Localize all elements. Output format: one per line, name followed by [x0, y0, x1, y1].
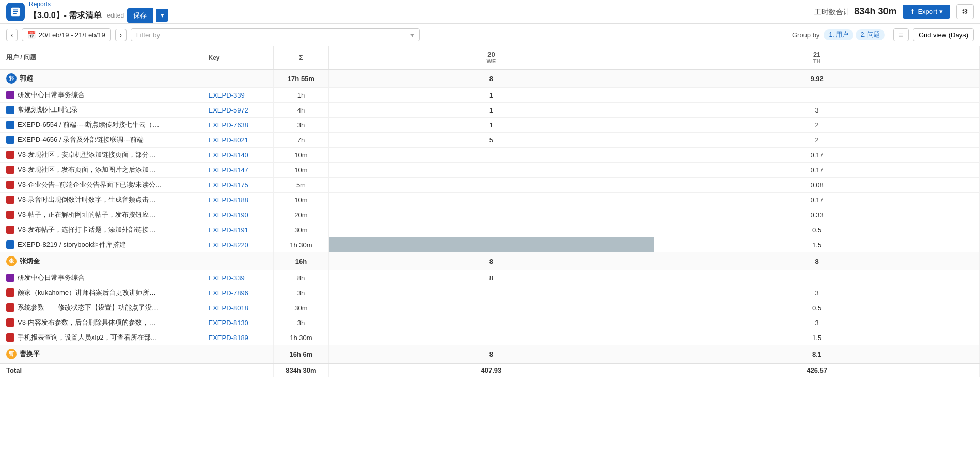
group-avatar: 张 — [6, 256, 17, 266]
total-sum-cell: 834h 30m — [274, 363, 328, 377]
issue-col2: 1.5 — [654, 237, 980, 252]
filter-placeholder: Filter by — [136, 31, 160, 39]
issue-sum: 30m — [274, 300, 328, 315]
table-row: V3-帖子，正在解析网址的帖子，发布按钮应该置灰不... EXEPD-8190 … — [0, 207, 980, 222]
main-table: 用户 / 问题 Key Σ 20WE 21TH 郭 郭超 17h 55m 8 9… — [0, 46, 980, 377]
issue-label: EXEPD-6554 / 前端----断点续传对接七牛云（改原生... — [18, 120, 162, 130]
issue-col2 — [654, 270, 980, 285]
issue-key[interactable]: EXEPD-5972 — [202, 103, 274, 118]
issue-label: 手机报表查询，设置人员xlp2，可查看所在部门和指定... — [18, 333, 162, 342]
issue-key[interactable]: EXEPD-339 — [202, 270, 274, 285]
issue-label: V3-帖子，正在解析网址的帖子，发布按钮应该置灰不... — [18, 210, 162, 219]
breadcrumb[interactable]: Reports — [29, 1, 168, 8]
group-sum-cell: 16h — [274, 252, 328, 270]
table-row: V3-发布帖子，选择打卡话题，添加外部链接发布成功... EXEPD-8191 … — [0, 222, 980, 237]
issue-cell: 研发中心日常事务综合 — [0, 88, 202, 103]
date-range-button[interactable]: 📅 20/Feb/19 - 21/Feb/19 — [22, 28, 111, 41]
issue-type-icon — [6, 226, 14, 234]
issue-col1 — [328, 315, 654, 330]
table-row: V3-发现社区，安卓机型添加链接页面，部分按钮与状... EXEPD-8140 … — [0, 148, 980, 163]
issue-label: EXEPD-4656 / 录音及外部链接联调---前端 — [18, 135, 144, 145]
table-row: EXEPD-4656 / 录音及外部链接联调---前端 EXEPD-8021 7… — [0, 133, 980, 148]
issue-type-icon — [6, 121, 14, 129]
columns-menu-button[interactable]: ≡ — [893, 28, 909, 41]
issue-type-icon — [6, 303, 14, 312]
group-header-row: 张 张炳金 16h 8 8 — [0, 252, 980, 270]
issue-type-icon — [6, 91, 14, 99]
table-row: 系统参数——修改状态下【设置】功能点了没有响... EXEPD-8018 30m… — [0, 300, 980, 315]
issue-col1 — [328, 148, 654, 163]
issue-type-icon — [6, 333, 14, 342]
group-avatar: 曹 — [6, 349, 17, 359]
issue-cell: V3-发现社区，发布页面，添加图片之后添加链接发布... — [0, 163, 202, 178]
filter-input[interactable]: Filter by ▾ — [131, 28, 420, 41]
table-row: 颜家（kukahome）讲师档案后台更改讲师所属部门，... EXEPD-789… — [0, 285, 980, 300]
table-row: 常规划划外工时记录 EXEPD-5972 4h 1 3 — [0, 103, 980, 118]
group-by-section: Group by 1. 用户 2. 问题 — [792, 29, 885, 40]
issue-col2: 0.5 — [654, 300, 980, 315]
issue-col2: 3 — [654, 103, 980, 118]
issue-label: V3-发现社区，安卓机型添加链接页面，部分按钮与状... — [18, 150, 162, 159]
grid-view-button[interactable]: Grid view (Days) — [913, 28, 974, 41]
issue-key[interactable]: EXEPD-8189 — [202, 330, 274, 345]
save-button[interactable]: 保存 — [127, 8, 153, 23]
save-dropdown-button[interactable]: ▾ — [156, 9, 168, 22]
issue-label: 研发中心日常事务综合 — [18, 90, 85, 100]
issue-key[interactable]: EXEPD-8130 — [202, 315, 274, 330]
group-col1-cell: 8 — [328, 252, 654, 270]
group-key-cell — [202, 252, 274, 270]
table-row: V3-内容发布参数，后台删除具体项的参数，保存，前... EXEPD-8130 … — [0, 315, 980, 330]
issue-type-icon — [6, 196, 14, 204]
issue-key[interactable]: EXEPD-8140 — [202, 148, 274, 163]
issue-key[interactable]: EXEPD-8147 — [202, 163, 274, 178]
issue-key[interactable]: EXEPD-8191 — [202, 222, 274, 237]
issue-cell: 颜家（kukahome）讲师档案后台更改讲师所属部门，... — [0, 285, 202, 300]
issue-sum: 10m — [274, 193, 328, 207]
group-tag-2[interactable]: 2. 问题 — [856, 29, 885, 40]
issue-key[interactable]: EXEPD-8190 — [202, 207, 274, 222]
issue-cell: 手机报表查询，设置人员xlp2，可查看所在部门和指定... — [0, 330, 202, 345]
group-name-label: 曹换平 — [20, 349, 40, 359]
issue-type-icon — [6, 181, 14, 189]
group-tag-1[interactable]: 1. 用户 — [824, 29, 853, 40]
issue-sum: 3h — [274, 315, 328, 330]
issue-sum: 1h 30m — [274, 330, 328, 345]
group-col1-cell: 8 — [328, 69, 654, 88]
issue-key[interactable]: EXEPD-7896 — [202, 285, 274, 300]
table-row: 研发中心日常事务综合 EXEPD-339 8h 8 — [0, 270, 980, 285]
issue-sum: 5m — [274, 178, 328, 193]
table-row: 研发中心日常事务综合 EXEPD-339 1h 1 — [0, 88, 980, 103]
issue-col2: 3 — [654, 315, 980, 330]
issue-col2 — [654, 88, 980, 103]
col-header-date-21: 21TH — [654, 46, 980, 69]
issue-sum: 10m — [274, 148, 328, 163]
issue-key[interactable]: EXEPD-7638 — [202, 118, 274, 133]
issue-col2: 1.5 — [654, 330, 980, 345]
issue-col2: 0.5 — [654, 222, 980, 237]
issue-cell: V3-发布帖子，选择打卡话题，添加外部链接发布成功... — [0, 222, 202, 237]
prev-nav-button[interactable]: ‹ — [6, 29, 18, 41]
calendar-icon: 📅 — [27, 31, 36, 39]
issue-type-icon — [6, 318, 14, 327]
table-row: V3-发现社区，发布页面，添加图片之后添加链接发布... EXEPD-8147 … — [0, 163, 980, 178]
group-name-cell: 郭 郭超 — [0, 69, 202, 88]
settings-button[interactable]: ⚙ — [956, 4, 974, 19]
issue-key[interactable]: EXEPD-8175 — [202, 178, 274, 193]
issue-key[interactable]: EXEPD-8188 — [202, 193, 274, 207]
issue-key[interactable]: EXEPD-8018 — [202, 300, 274, 315]
issue-key[interactable]: EXEPD-8220 — [202, 237, 274, 252]
group-col2-cell: 8 — [654, 252, 980, 270]
export-button[interactable]: ⬆ Export ▾ — [903, 5, 950, 19]
next-nav-button[interactable]: › — [115, 29, 127, 41]
issue-label: 研发中心日常事务综合 — [18, 273, 85, 282]
col-header-date-20: 20WE — [328, 46, 654, 69]
total-hours-value: 834h 30m — [854, 6, 896, 17]
issue-key[interactable]: EXEPD-8021 — [202, 133, 274, 148]
issue-key[interactable]: EXEPD-339 — [202, 88, 274, 103]
issue-type-icon — [6, 106, 14, 114]
table-row: EXEPD-8219 / storybook组件库搭建 EXEPD-8220 1… — [0, 237, 980, 252]
total-row: Total 834h 30m 407.93 426.57 — [0, 363, 980, 377]
issue-sum: 7h — [274, 133, 328, 148]
group-col2-cell: 8.1 — [654, 345, 980, 364]
issue-cell: V3-发现社区，安卓机型添加链接页面，部分按钮与状... — [0, 148, 202, 163]
